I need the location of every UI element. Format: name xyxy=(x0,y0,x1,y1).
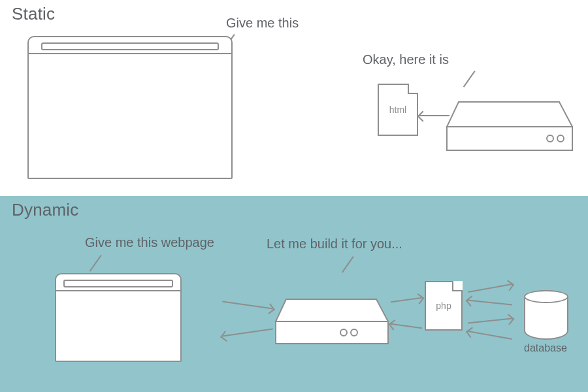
callout-tick xyxy=(342,256,354,273)
file-icon: html xyxy=(378,84,418,136)
browser-icon xyxy=(27,36,233,179)
arrow-icon xyxy=(468,318,512,323)
static-response-label: Okay, here it is xyxy=(363,52,449,67)
static-title: Static xyxy=(12,4,55,24)
database-icon xyxy=(524,290,568,340)
static-panel: Static Give me this Okay, here it is htm… xyxy=(0,0,588,196)
svg-marker-0 xyxy=(447,102,572,127)
dynamic-title: Dynamic xyxy=(12,200,79,220)
dynamic-response-label: Let me build it for you... xyxy=(267,237,402,252)
arrow-icon xyxy=(222,329,273,337)
arrow-icon xyxy=(391,323,422,329)
static-request-label: Give me this xyxy=(226,16,299,31)
arrow-icon xyxy=(222,301,273,310)
arrow-icon xyxy=(468,331,512,340)
server-icon xyxy=(273,280,391,350)
dynamic-panel: Dynamic Give me this webpage Let me buil… xyxy=(0,196,588,392)
browser-icon xyxy=(55,273,182,362)
file-label: html xyxy=(389,105,406,115)
arrow-icon xyxy=(391,297,422,303)
arrow-icon xyxy=(468,299,512,305)
arrow-icon xyxy=(468,284,512,293)
file-label: php xyxy=(436,301,451,311)
svg-rect-5 xyxy=(276,321,388,344)
database-label: database xyxy=(524,342,567,354)
callout-tick xyxy=(90,255,102,272)
server-icon xyxy=(444,78,575,157)
dynamic-request-label: Give me this webpage xyxy=(85,235,214,250)
svg-marker-4 xyxy=(276,299,388,321)
file-icon: php xyxy=(425,281,463,331)
arrow-icon xyxy=(419,115,449,116)
